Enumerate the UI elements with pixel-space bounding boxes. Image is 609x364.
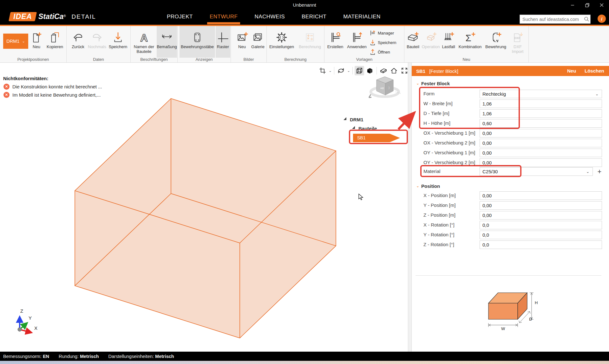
calculation-button: Berechnung [297,26,323,58]
tab-bericht[interactable]: BERICHT [301,10,327,23]
close-button[interactable] [594,0,609,10]
desktop-strip [0,361,609,364]
sigma-plus-icon: Σ [464,30,476,44]
z-rotation-input[interactable]: 0,0 [480,240,602,249]
tree-expand-icon[interactable] [344,117,346,120]
ox-verschiebung1-input[interactable]: 0,00 [480,129,602,137]
main-menu: PROJEKT ENTWURF NACHWEIS BERICHT MATERIA… [166,10,381,23]
search-box [520,15,591,24]
panel-header: SB1 [Fester Block] Neu Löschen [412,66,609,76]
chevron-down-icon[interactable]: ⌄ [347,69,350,73]
group-label: Anzeigen [178,57,231,62]
ribbon-group-vorlagen: Erstellen Anwenden Manager Speichern Öff… [324,26,404,62]
section-position[interactable]: ⌄ Position [412,182,440,190]
chevron-down-icon: ⌄ [586,169,589,174]
property-row-ox1: OX - Verschiebung 1 [m] 0,00 [412,129,609,137]
rebar-display-button[interactable]: Bewehrungsstäbe [180,26,215,58]
status-display-units: Darstellungseinheiten:Metrisch [108,354,174,359]
rotate-icon [337,67,345,74]
rotate-view-button[interactable] [336,66,346,75]
crop-view-button[interactable] [318,66,327,75]
dimension-button[interactable]: Bemaßung [157,26,177,58]
product-name: DETAIL [72,13,96,20]
template-apply-button[interactable]: Anwenden [345,26,369,58]
group-label: Beschriftungen [131,57,177,62]
logo-reg: ® [63,14,66,18]
model-viewport[interactable]: Nichtkonformitäten: ✕ Die Konstruktion k… [0,63,408,352]
new-picture-button[interactable]: Neu [234,26,250,58]
property-row-y-position: Y - Position [m] 0,00 [412,201,609,210]
new-member-button[interactable]: Bauteil [405,26,421,58]
template-save-button[interactable]: Speichern [370,38,403,47]
app-logo: IDEA StatiCa® DETAIL [10,12,96,21]
dxf-file-icon: DXF [512,30,524,44]
member-names-button[interactable]: A Namen der Bauteile [132,26,156,58]
z-position-input[interactable]: 0,00 [480,211,602,220]
tab-projekt[interactable]: PROJEKT [166,10,193,23]
minimize-button[interactable] [565,0,580,10]
save-button[interactable]: Speichern [107,26,129,58]
status-bar: Bemessungsnorm:EN Rundung:Metrisch Darst… [0,352,609,361]
add-material-button[interactable]: + [596,168,603,176]
panel-scrollbar[interactable] [408,63,412,352]
wireframe-view-button[interactable] [355,66,364,75]
ox-verschiebung2-input[interactable]: 0,00 [480,139,602,147]
chevron-down-icon: ⌄ [595,92,599,96]
panel-delete-button[interactable]: Löschen [585,66,604,76]
restore-button[interactable] [580,0,594,10]
svg-text:Σ: Σ [466,33,471,43]
search-icon[interactable] [583,16,590,22]
project-selector[interactable]: DRM1⌄ [3,34,28,49]
new-combination-button[interactable]: Σ Kombination [456,26,484,58]
section-fester-block[interactable]: ⌄ Fester Block [412,80,450,87]
panel-new-button[interactable]: Neu [567,66,576,76]
undo-button[interactable]: Zurück [69,26,87,58]
tree-expand-icon[interactable] [352,126,355,129]
template-manager-button[interactable]: Manager [370,29,403,37]
new-reinforcement-button[interactable]: Bewehrung [484,26,508,58]
y-position-input[interactable]: 0,00 [480,201,602,210]
x-position-input[interactable]: 0,00 [480,191,602,200]
settings-button[interactable]: Einstellungen [267,26,296,58]
error-icon: ✕ [3,84,10,90]
dimension-icon [161,30,173,44]
template-create-button[interactable]: Erstellen [326,26,345,58]
ribbon-group-projektpositionen: DRM1⌄ Neu Kopieren Projektpositionen [0,26,67,62]
template-open-button[interactable]: Öffnen [370,48,403,56]
y-rotation-input[interactable]: 0,0 [480,231,602,239]
property-row-ox2: OX - Verschiebung 2 [m] 0,00 [412,139,609,147]
svg-text:Z: Z [20,308,23,314]
open-icon [370,49,376,55]
divider [334,67,334,74]
new-position-button[interactable]: Neu [28,26,45,58]
copy-icon [49,30,61,44]
tree-item-drm1[interactable]: DRM1 [350,117,363,122]
tab-entwurf[interactable]: ENTWURF [209,10,238,23]
group-label: Berechnung [267,57,324,62]
manager-icon [370,30,376,36]
logo-name: StatiCa [38,12,63,21]
navigation-cube[interactable]: +Y ) [366,73,404,101]
model-3d-block[interactable] [0,63,408,352]
chevron-down-icon[interactable]: ⌄ [328,69,332,73]
new-operation-button: Operation [421,26,441,58]
ribbon-group-neu: Bauteil Operation Lastfall Σ Kombination [404,26,529,62]
nonconformities-title: Nichtkonformitäten: [3,76,49,81]
tab-materialien[interactable]: MATERIALIEN [343,10,381,23]
template-apply-icon [351,30,363,44]
dxf-import-button: DXF DXF Import [508,26,527,58]
info-button[interactable]: i [598,15,606,23]
svg-text:X: X [34,325,37,331]
group-label: Projektpositionen [0,57,66,62]
status-rounding: Rundung:Metrisch [59,354,99,359]
x-rotation-input[interactable]: 0,0 [480,221,602,229]
grid-display-button[interactable]: Raster [216,26,230,58]
copy-position-button[interactable]: Kopieren [45,26,65,58]
tab-nachweis[interactable]: NACHWEIS [254,10,285,23]
new-loadcase-button[interactable]: Lastfall [441,26,456,58]
annotation-box-dimensions [419,87,520,129]
app-header: IDEA StatiCa® DETAIL PROJEKT ENTWURF NAC… [0,10,609,25]
search-input[interactable] [520,17,583,22]
oy-verschiebung1-input[interactable]: 0,00 [480,149,602,157]
gallery-button[interactable]: Galerie [250,26,266,58]
